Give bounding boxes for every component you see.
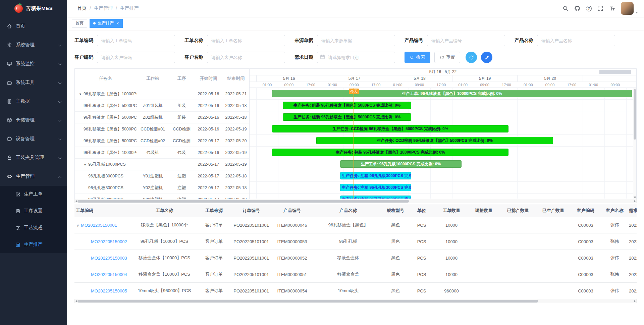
gantt-bar-task[interactable]: 生产任务: 注塑 96孔孔板3000PCS 完成比例: 0% xyxy=(340,172,411,179)
gantt-horizontal-scrollbar[interactable] xyxy=(74,199,637,203)
expand-chevron-icon[interactable]: ∨ xyxy=(76,223,79,227)
gantt-row[interactable]: 96孔移液盒【黑色】5000PCS Z01组装机 组装 2022-05-16 2… xyxy=(75,100,249,112)
calendar-icon xyxy=(320,54,325,59)
gantt-bar-task[interactable]: 生产任务: CCD检测 96孔移液盒【黑色】5000PCS 完成比例: 0% xyxy=(272,125,509,132)
work-order-link[interactable]: MO202205150005 xyxy=(91,288,127,293)
sidebar-item-fixture-mgmt[interactable]: 工装夹具管理 xyxy=(0,148,67,167)
scroll-right-arrow[interactable] xyxy=(634,200,636,202)
sidebar-item-equipment-mgmt[interactable]: 设备管理 xyxy=(0,129,67,148)
sidebar-item-production-order[interactable]: 生产工单 xyxy=(0,186,67,203)
font-size-icon[interactable] xyxy=(609,5,615,11)
scroll-thumb[interactable] xyxy=(77,200,409,203)
cell-source: 客户订单 xyxy=(197,233,231,250)
gantt-row[interactable]: ▼96孔孔板10000PCS 2022-05-17 2022-05-19 xyxy=(75,159,249,170)
sidebar-item-system-tools[interactable]: 系统工具 xyxy=(0,73,67,92)
order-code-input[interactable] xyxy=(97,35,175,46)
close-icon[interactable]: × xyxy=(116,21,119,25)
sidebar-item-production-mgmt[interactable]: 生产管理 xyxy=(0,167,67,186)
day-header: 5月 20 xyxy=(517,75,583,82)
cell-order-no: PO202205101001 xyxy=(231,266,272,283)
gantt-row[interactable]: 96孔移液盒【黑色】5000PCS CCD检测#02 CCD检测 2022-05… xyxy=(75,135,249,147)
gantt-bar-work-order[interactable]: 生产工单: 96孔孔板10000PCS 完成比例: 0% xyxy=(340,160,462,168)
gantt-row[interactable]: 96孔移液盒【黑色】5000PCS CCD检测#01 CCD检测 2022-05… xyxy=(75,123,249,135)
cell-order-name: 移液盒盒体【10000】PCS xyxy=(131,250,197,266)
reset-button[interactable]: 重置 xyxy=(434,52,460,63)
work-order-link[interactable]: MO202205150002 xyxy=(91,239,127,244)
tab-home[interactable]: 首页 xyxy=(72,19,87,28)
gantt-row[interactable]: 96孔移液盒【黑色】5000PCS Z02组装机 组装 2022-05-16 2… xyxy=(75,112,249,123)
collapse-triangle-icon[interactable]: ▼ xyxy=(79,93,82,96)
sidebar-item-warehouse-mgmt[interactable]: 仓储管理 xyxy=(0,111,67,129)
gantt-row[interactable]: 96孔移液盒【黑色】10000PCS 包装机 包装 2022-05-16 202… xyxy=(75,147,249,159)
work-order-link[interactable]: MO202205150003 xyxy=(91,256,127,261)
gantt-bar-task[interactable]: 生产任务: 注塑 96孔孔板3000PCS 完成比例: 0% xyxy=(340,184,411,191)
cell-order-name: 10mm吸头【960000】PCS xyxy=(131,283,197,299)
sidebar-item-process-settings[interactable]: 工序设置 xyxy=(0,203,67,219)
cell-source: 客户订单 xyxy=(197,250,231,266)
table-horizontal-scrollbar[interactable] xyxy=(74,299,637,303)
gantt-row[interactable]: ▼96孔移液盒【黑色】10000PCS 2022-05-16 2022-05-2… xyxy=(75,88,249,100)
collapse-triangle-icon[interactable]: ▼ xyxy=(84,163,87,166)
cell-spec: 黑色 xyxy=(384,266,407,283)
scroll-left-arrow[interactable] xyxy=(75,200,77,202)
sidebar-item-system-mgmt[interactable]: 系统管理 xyxy=(0,36,67,54)
cell-item-no: ITEM00000051 xyxy=(272,266,313,283)
sidebar-menu: 首页 系统管理 系统监控 系统工具 主数据 仓储管理 xyxy=(0,17,67,253)
gantt-row[interactable]: 96孔孔板3000PCS Y02注塑机 注塑 2022-05-17 2022-0… xyxy=(75,182,249,194)
work-order-link[interactable]: MO202205150004 xyxy=(91,272,127,277)
sidebar-item-master-data[interactable]: 主数据 xyxy=(0,92,67,111)
scroll-left-arrow[interactable] xyxy=(75,300,77,302)
gantt-bar-work-order[interactable]: 生产工单: 96孔移液盒【黑色】10000PCS 完成比例: 0% xyxy=(272,90,632,97)
gantt-horizontal-scroll-thumb[interactable] xyxy=(599,70,631,74)
breadcrumb-current: 生产排产 xyxy=(120,5,139,11)
production-submenu: 生产工单 工序设置 工艺流程 生产排产 xyxy=(0,186,67,253)
sidebar-item-system-monitor[interactable]: 系统监控 xyxy=(0,54,67,73)
cell-spec: 黑色 xyxy=(384,250,407,266)
source-doc-input[interactable] xyxy=(317,35,395,46)
github-icon[interactable] xyxy=(574,5,580,11)
edit-schedule-button[interactable] xyxy=(481,52,492,63)
day-header xyxy=(583,75,636,82)
gantt-bar-task[interactable]: 生产任务: CCD检测 96孔移液盒【黑色】5000PCS 完成比例: 0% xyxy=(316,137,553,144)
gantt-bar-task[interactable]: 生产任务: 包装 96孔移液盒【黑色】10000PCS 完成比例: 0% xyxy=(272,149,509,156)
tab-production-scheduling[interactable]: 生产排产 × xyxy=(90,19,123,28)
sidebar-item-production-scheduling[interactable]: 生产排产 xyxy=(0,236,67,253)
cell-produced-qty xyxy=(536,217,571,233)
refresh-gantt-button[interactable] xyxy=(466,52,477,63)
scroll-thumb[interactable] xyxy=(634,89,636,140)
order-name-input[interactable] xyxy=(207,35,285,46)
scroll-thumb[interactable] xyxy=(77,300,538,303)
sidebar-item-process-flow[interactable]: 工艺流程 xyxy=(0,219,67,236)
time-tick: 09:00 xyxy=(409,82,430,88)
gantt-range-label: 5月 16 - 5月 22 xyxy=(429,69,457,75)
gantt-row[interactable]: 96孔孔板3000PCS Y01注塑机 注塑 2022-05-17 2022-0… xyxy=(75,170,249,182)
avatar[interactable] xyxy=(621,2,634,15)
demand-date-input[interactable] xyxy=(317,52,395,63)
gantt-bar-task[interactable]: 生产任务: 组装 96孔移液盒【黑色】5000PCS 完成比例: 0% xyxy=(283,113,411,121)
scroll-right-arrow[interactable] xyxy=(634,300,636,302)
gantt-bar-task[interactable]: 生产任务: 注塑 96孔孔板3000PCS 完成比例: 0% xyxy=(340,196,411,199)
cell-source: 客户订单 xyxy=(197,266,231,283)
table-row: ∨MO202205150001 移液盒【黑色】10000个 客户订单 PO202… xyxy=(74,217,637,233)
scroll-down-arrow[interactable] xyxy=(634,197,636,198)
customer-name-input[interactable] xyxy=(207,52,285,63)
fullscreen-icon[interactable] xyxy=(597,5,603,11)
work-order-link[interactable]: MO202205150001 xyxy=(81,223,117,228)
sidebar-fold-icon[interactable] xyxy=(67,5,77,12)
sidebar-item-label: 首页 xyxy=(16,23,25,29)
product-name-input[interactable] xyxy=(537,35,615,46)
sidebar-item-home[interactable]: 首页 xyxy=(0,17,67,36)
gantt-row[interactable]: 96孔孔板3000PCS Y03注塑机 注塑 2022-05-17 2022-0… xyxy=(75,194,249,199)
search-button[interactable]: 搜索 xyxy=(405,52,430,63)
sidebar-item-label: 生产管理 xyxy=(16,173,35,179)
user-menu[interactable] xyxy=(621,2,638,15)
customer-code-input[interactable] xyxy=(97,52,175,63)
breadcrumb-production-mgmt[interactable]: 生产管理 xyxy=(94,5,113,11)
app-logo[interactable]: 苦糖果MES xyxy=(0,0,67,17)
breadcrumb-home[interactable]: 首页 xyxy=(77,5,87,11)
help-icon[interactable]: ? xyxy=(586,6,592,11)
gantt-vertical-scrollbar[interactable] xyxy=(633,88,636,199)
search-icon[interactable] xyxy=(562,5,569,11)
gantt-bar-task[interactable]: 生产任务: 组装 96孔移液盒【黑色】5000PCS 完成比例: 0% xyxy=(283,102,411,109)
product-code-input[interactable] xyxy=(427,35,505,46)
